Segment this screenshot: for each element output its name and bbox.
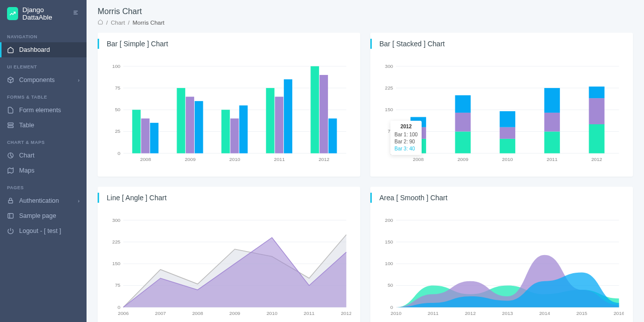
nav-chart[interactable]: Chart: [0, 148, 87, 163]
chevron-right-icon: ›: [78, 198, 79, 204]
svg-marker-6: [8, 168, 14, 174]
svg-text:75: 75: [115, 282, 120, 288]
power-icon: [7, 227, 14, 234]
nav-logout[interactable]: Logout - [ test ]: [0, 223, 87, 238]
svg-rect-29: [310, 66, 319, 153]
svg-text:300: 300: [112, 217, 121, 223]
svg-text:2011: 2011: [546, 156, 557, 162]
nav-label: Sample page: [19, 212, 56, 219]
svg-rect-32: [230, 118, 239, 153]
svg-rect-3: [8, 123, 14, 125]
svg-rect-65: [544, 113, 560, 131]
nav-label: Authentication: [19, 197, 59, 204]
svg-rect-27: [221, 110, 230, 153]
svg-text:300: 300: [385, 63, 393, 69]
breadcrumb-current: Morris Chart: [133, 20, 165, 26]
chart-tooltip: 2012 Bar 1: 100 Bar 2: 90 Bar 3: 40: [390, 121, 422, 155]
nav-label: Table: [19, 122, 34, 129]
nav-label: Maps: [19, 167, 35, 174]
nav-sample[interactable]: Sample page: [0, 208, 87, 223]
svg-rect-7: [9, 200, 13, 203]
area-smooth-chart[interactable]: 0501001502002010201120122013201420152016: [379, 214, 624, 319]
svg-text:2012: 2012: [465, 310, 476, 316]
svg-text:200: 200: [385, 217, 393, 223]
sidebar-icon: [7, 212, 14, 219]
card-title: Bar [ Simple ] Chart: [98, 33, 360, 55]
svg-text:2013: 2013: [502, 310, 513, 316]
breadcrumb-chart[interactable]: Chart: [111, 20, 125, 26]
chevron-right-icon: ›: [78, 77, 79, 83]
breadcrumb: / Chart / Morris Chart: [98, 19, 633, 26]
svg-rect-26: [177, 88, 185, 153]
svg-rect-62: [500, 127, 515, 139]
svg-text:50: 50: [387, 282, 393, 288]
box-icon: [7, 76, 14, 84]
svg-text:2008: 2008: [413, 156, 424, 162]
page-title: Morris Chart: [98, 7, 633, 16]
nav-header-ui: UI ELEMENT: [0, 57, 87, 72]
svg-rect-30: [141, 118, 150, 153]
nav-auth[interactable]: Authentication ›: [0, 193, 87, 208]
svg-rect-31: [186, 97, 194, 153]
nav-label: Chart: [19, 152, 35, 159]
card-bar-simple: Bar [ Simple ] Chart 0255075100200820092…: [98, 33, 360, 177]
svg-text:2010: 2010: [229, 156, 240, 162]
line-angle-chart[interactable]: 0751502253002006200720082009201020112012: [107, 214, 351, 319]
brand-name: Django DattaAble: [22, 6, 68, 21]
svg-text:150: 150: [385, 107, 393, 112]
svg-text:100: 100: [385, 261, 393, 266]
svg-rect-37: [239, 106, 248, 153]
svg-rect-28: [266, 88, 275, 153]
svg-rect-38: [284, 79, 292, 153]
svg-rect-59: [455, 113, 471, 131]
svg-text:2009: 2009: [229, 310, 240, 316]
svg-text:2009: 2009: [457, 156, 468, 162]
svg-text:2011: 2011: [428, 310, 439, 316]
pie-icon: [7, 152, 14, 159]
nav-label: Form elements: [19, 107, 61, 114]
file-icon: [7, 107, 14, 114]
card-bar-stacked: Bar [ Stacked ] Chart 075150225300200820…: [370, 33, 633, 177]
svg-rect-4: [8, 126, 14, 128]
svg-text:50: 50: [115, 107, 120, 112]
nav-header-pages: PAGES: [0, 178, 87, 193]
nav-form-elements[interactable]: Form elements: [0, 103, 87, 118]
nav-components[interactable]: Components ›: [0, 72, 87, 88]
svg-rect-67: [589, 124, 604, 153]
lock-icon: [7, 197, 14, 204]
card-title: Line [ Angle ] Chart: [98, 187, 360, 209]
svg-rect-58: [455, 131, 471, 153]
bar-simple-chart[interactable]: 025507510020082009201020112012: [107, 60, 351, 166]
svg-text:2010: 2010: [502, 156, 513, 162]
svg-text:0: 0: [390, 304, 393, 310]
card-title: Area [ Smooth ] Chart: [370, 187, 633, 209]
nav-table[interactable]: Table: [0, 118, 87, 133]
svg-text:2014: 2014: [539, 310, 550, 316]
brand[interactable]: Django DattaAble: [0, 0, 87, 27]
menu-toggle-icon[interactable]: [72, 9, 79, 18]
nav-label: Dashboard: [19, 46, 50, 53]
nav-header-navigation: NAVIGATION: [0, 27, 87, 42]
breadcrumb-home-icon[interactable]: [98, 19, 103, 26]
svg-text:225: 225: [112, 239, 120, 245]
svg-rect-63: [500, 111, 515, 127]
nav-dashboard[interactable]: Dashboard: [0, 42, 87, 57]
svg-rect-34: [319, 75, 328, 153]
card-title: Bar [ Stacked ] Chart: [370, 33, 633, 55]
svg-rect-36: [195, 101, 203, 153]
nav-maps[interactable]: Maps: [0, 163, 87, 178]
svg-text:2007: 2007: [155, 310, 166, 316]
svg-rect-69: [589, 87, 604, 98]
brand-icon: [7, 7, 18, 20]
svg-rect-61: [500, 139, 515, 153]
nav-label: Components: [19, 76, 55, 84]
svg-rect-64: [544, 131, 560, 153]
svg-text:2012: 2012: [341, 310, 351, 316]
svg-text:2010: 2010: [390, 310, 401, 316]
svg-text:2009: 2009: [185, 156, 196, 162]
card-area-smooth: Area [ Smooth ] Chart 050100150200201020…: [370, 187, 633, 322]
nav-label: Logout - [ test ]: [19, 227, 61, 234]
svg-text:2010: 2010: [267, 310, 278, 316]
svg-rect-39: [329, 118, 337, 153]
svg-text:0: 0: [118, 150, 121, 156]
